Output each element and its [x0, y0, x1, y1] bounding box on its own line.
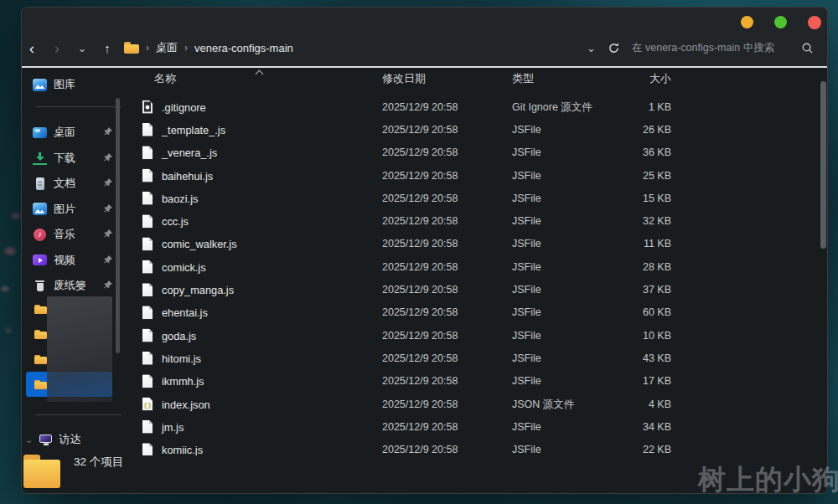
file-size: 17 KB — [596, 375, 671, 387]
chevron-down-icon: ⌄ — [78, 43, 87, 54]
forward-button[interactable]: › — [47, 29, 67, 66]
file-row[interactable]: .gitignore 2025/12/9 20:58 Git Ignore 源文… — [127, 95, 827, 118]
file-row[interactable]: komiic.js 2025/12/9 20:58 JSFile 22 KB — [127, 438, 827, 455]
file-name: baihehui.js — [162, 169, 213, 182]
column-header-name[interactable]: 名称 — [154, 71, 176, 88]
search-input[interactable]: 在 venera-configs-main 中搜索 — [632, 41, 789, 55]
sidebar-item-icon — [33, 177, 47, 191]
file-date: 2025/12/9 20:58 — [382, 238, 458, 249]
file-name: ccc.js — [162, 215, 189, 228]
file-type: JSFile — [512, 375, 541, 387]
file-icon — [142, 351, 153, 365]
address-dropdown-icon[interactable]: ⌄ — [587, 43, 596, 54]
folder-icon — [124, 42, 139, 54]
file-date: 2025/12/9 20:58 — [382, 444, 458, 455]
file-size: 32 KB — [596, 215, 671, 227]
file-icon — [142, 100, 153, 114]
file-icon — [142, 328, 153, 342]
pin-icon[interactable] — [103, 253, 113, 268]
window-content: 图库 桌面 下载 — [22, 68, 827, 493]
toolbar-separator — [22, 66, 827, 68]
file-date: 2025/12/9 20:58 — [382, 193, 458, 204]
sidebar-item-icon — [33, 126, 47, 140]
folder-icon — [34, 302, 48, 316]
file-row[interactable]: jm.js 2025/12/9 20:58 JSFile 34 KB — [127, 415, 827, 438]
navbar-right-cluster: ⌄ 在 venera-configs-main 中搜索 — [587, 29, 814, 66]
sort-ascending-icon[interactable] — [256, 69, 262, 75]
recent-locations-button[interactable]: ⌄ — [72, 29, 92, 66]
pin-icon[interactable] — [103, 125, 113, 140]
column-header-type[interactable]: 类型 — [512, 71, 534, 88]
pin-icon[interactable] — [103, 227, 113, 242]
sidebar-item-label: 下载 — [54, 151, 75, 166]
file-icon — [142, 168, 153, 183]
file-icon — [142, 237, 153, 251]
file-date: 2025/12/9 20:58 — [382, 330, 458, 342]
file-row[interactable]: comic_walker.js 2025/12/9 20:58 JSFile 1… — [127, 233, 827, 255]
close-button[interactable] — [808, 16, 821, 29]
file-type: JSFile — [512, 421, 541, 433]
file-row[interactable]: comick.js 2025/12/9 20:58 JSFile 28 KB — [127, 255, 827, 278]
column-header-size[interactable]: 大小 — [596, 71, 671, 88]
sidebar-pinned-item[interactable]: 废纸篓 — [22, 273, 127, 299]
sidebar-item-finder[interactable]: ⌄ 访达 — [22, 429, 127, 450]
sidebar-pinned-item[interactable]: 图片 — [22, 197, 127, 223]
file-list-scrollbar[interactable] — [820, 81, 826, 249]
pin-icon[interactable] — [103, 176, 113, 191]
file-icon — [142, 283, 153, 297]
breadcrumb-item-desktop[interactable]: 桌面 — [156, 40, 178, 55]
pin-icon[interactable] — [103, 202, 113, 217]
sidebar-pinned-item[interactable]: 音乐 — [22, 222, 127, 248]
search-icon[interactable] — [801, 42, 814, 54]
file-icon — [142, 122, 153, 136]
file-row[interactable]: index.json 2025/12/9 20:58 JSON 源文件 4 KB — [127, 393, 827, 415]
file-row[interactable]: baihehui.js 2025/12/9 20:58 JSFile 25 KB — [127, 164, 827, 187]
gallery-icon — [33, 78, 47, 92]
pin-icon[interactable] — [103, 151, 113, 166]
file-name: hitomi.js — [162, 352, 201, 364]
sidebar-pinned-item[interactable]: 视频 — [22, 248, 127, 274]
file-name: .gitignore — [162, 100, 206, 113]
sidebar-item-icon — [33, 152, 47, 165]
sidebar-pinned-item[interactable]: 桌面 — [22, 120, 127, 146]
column-header-date[interactable]: 修改日期 — [382, 71, 426, 88]
sidebar-item-label: 访达 — [59, 432, 80, 447]
file-size: 34 KB — [596, 421, 671, 433]
file-size: 43 KB — [596, 352, 671, 364]
sidebar-pinned-item[interactable]: 下载 — [22, 146, 127, 172]
sidebar-scrollbar[interactable] — [116, 98, 120, 353]
file-row[interactable]: goda.js 2025/12/9 20:58 JSFile 10 KB — [127, 324, 827, 347]
sidebar-divider — [35, 414, 122, 415]
file-type: JSFile — [512, 284, 541, 296]
up-button[interactable]: ↑ — [97, 29, 117, 66]
file-row[interactable]: ehentai.js 2025/12/9 20:58 JSFile 60 KB — [127, 301, 827, 324]
file-row[interactable]: hitomi.js 2025/12/9 20:58 JSFile 43 KB — [127, 347, 827, 369]
sidebar-item-label: 音乐 — [54, 227, 75, 242]
chevron-icon[interactable]: ⌄ — [25, 435, 33, 445]
maximize-button[interactable] — [774, 16, 787, 28]
finder-monitor-icon — [39, 433, 53, 447]
file-row[interactable]: _template_.js 2025/12/9 20:58 JSFile 26 … — [127, 118, 827, 141]
file-row[interactable]: baozi.js 2025/12/9 20:58 JSFile 15 KB — [127, 187, 827, 209]
refresh-icon[interactable] — [608, 42, 620, 54]
breadcrumb: › 桌面 › venera-configs-main — [124, 29, 293, 66]
file-date: 2025/12/9 20:58 — [382, 215, 458, 227]
breadcrumb-item-current[interactable]: venera-configs-main — [194, 42, 293, 54]
minimize-button[interactable] — [741, 16, 753, 28]
file-date: 2025/12/9 20:58 — [382, 399, 458, 410]
folder-icon — [34, 352, 48, 367]
sidebar-pinned-item[interactable]: 文档 — [22, 171, 127, 197]
status-folder-icon — [23, 453, 62, 488]
sidebar-item-label: 桌面 — [54, 125, 75, 140]
file-list: 名称 修改日期 类型 大小 .gitignore 2025/12/9 20:58… — [127, 68, 827, 493]
sidebar-item-gallery[interactable]: 图库 — [22, 73, 127, 96]
file-date: 2025/12/9 20:58 — [382, 170, 458, 182]
file-row[interactable]: ikmmh.js 2025/12/9 20:58 JSFile 17 KB — [127, 370, 827, 393]
file-size: 15 KB — [596, 193, 671, 204]
file-row[interactable]: ccc.js 2025/12/9 20:58 JSFile 32 KB — [127, 209, 827, 232]
sidebar-item-icon — [33, 279, 47, 293]
file-row[interactable]: _venera_.js 2025/12/9 20:58 JSFile 36 KB — [127, 141, 827, 164]
file-row[interactable]: copy_manga.js 2025/12/9 20:58 JSFile 37 … — [127, 278, 827, 301]
pin-icon[interactable] — [103, 278, 113, 293]
back-button[interactable]: ‹ — [22, 29, 42, 66]
